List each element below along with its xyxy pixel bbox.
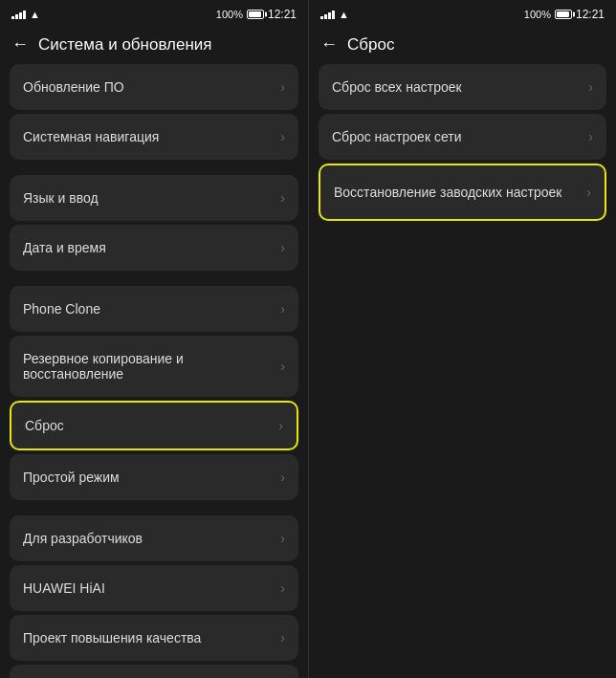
- chevron-icon: ›: [280, 630, 285, 645]
- separator-3: [10, 508, 298, 515]
- menu-item-reset[interactable]: Сброс ›: [10, 401, 298, 450]
- right-header: ← Сброс: [309, 27, 616, 64]
- separator-1: [10, 167, 298, 175]
- chevron-icon: ›: [280, 359, 285, 374]
- left-page-title: Система и обновления: [38, 35, 212, 55]
- left-status-left: ▲: [11, 9, 40, 20]
- chevron-icon: ›: [588, 129, 593, 144]
- menu-item-update[interactable]: Обновление ПО ›: [10, 64, 298, 110]
- menu-item-language[interactable]: Язык и ввод ›: [10, 175, 298, 221]
- menu-item-certs[interactable]: Логотипы сертификатов ›: [10, 665, 298, 678]
- signal-icon: [11, 11, 26, 19]
- chevron-icon: ›: [280, 531, 285, 546]
- right-status-right: 100% 12:21: [524, 8, 605, 21]
- left-header: ← Система и обновления: [0, 27, 308, 64]
- left-group-2: Язык и ввод › Дата и время ›: [10, 175, 298, 271]
- menu-item-quality-label: Проект повышения качества: [23, 630, 201, 645]
- wifi-icon: ▲: [339, 9, 349, 20]
- left-panel: ▲ 100% 12:21 ← Система и обновления Обно…: [0, 0, 308, 678]
- left-time: 12:21: [268, 8, 297, 21]
- menu-item-factory-reset-label: Восстановление заводских настроек: [334, 185, 561, 200]
- chevron-icon: ›: [588, 79, 593, 95]
- left-group-4: Для разработчиков › HUAWEI HiAI › Проект…: [10, 515, 298, 678]
- right-back-button[interactable]: ←: [320, 34, 338, 55]
- menu-item-hiai[interactable]: HUAWEI HiAI ›: [10, 565, 298, 611]
- right-content: Сброс всех настроек › Сброс настроек сет…: [309, 64, 616, 678]
- menu-item-dev-label: Для разработчиков: [23, 531, 143, 546]
- chevron-icon: ›: [280, 190, 285, 206]
- chevron-icon: ›: [278, 418, 283, 433]
- right-status-bar: ▲ 100% 12:21: [309, 0, 616, 27]
- menu-item-quality[interactable]: Проект повышения качества ›: [10, 615, 298, 661]
- menu-item-datetime[interactable]: Дата и время ›: [10, 225, 298, 271]
- right-status-left: ▲: [320, 9, 349, 20]
- menu-item-backup-label: Резервное копирование и восстановление: [23, 351, 280, 382]
- right-battery-pct: 100%: [524, 9, 551, 20]
- left-battery-pct: 100%: [216, 9, 243, 20]
- menu-item-phone-clone-label: Phone Clone: [23, 301, 100, 317]
- left-back-button[interactable]: ←: [11, 34, 29, 55]
- menu-item-factory-reset[interactable]: Восстановление заводских настроек ›: [319, 164, 606, 221]
- menu-item-navigation-label: Системная навигация: [23, 129, 159, 144]
- right-panel: ▲ 100% 12:21 ← Сброс Сброс всех настроек…: [308, 0, 616, 678]
- battery-icon: [247, 10, 264, 19]
- left-status-bar: ▲ 100% 12:21: [0, 0, 308, 27]
- menu-item-datetime-label: Дата и время: [23, 240, 106, 255]
- menu-item-language-label: Язык и ввод: [23, 190, 99, 206]
- signal-icon: [320, 11, 335, 19]
- right-time: 12:21: [576, 8, 605, 21]
- menu-item-reset-all[interactable]: Сброс всех настроек ›: [319, 64, 606, 110]
- battery-icon: [555, 10, 572, 19]
- wifi-icon: ▲: [30, 9, 40, 20]
- menu-item-reset-network-label: Сброс настроек сети: [332, 129, 461, 144]
- chevron-icon: ›: [280, 240, 285, 255]
- chevron-icon: ›: [280, 79, 285, 95]
- left-content: Обновление ПО › Системная навигация › Яз…: [0, 64, 308, 678]
- left-group-3: Phone Clone › Резервное копирование и во…: [10, 286, 298, 500]
- chevron-icon: ›: [586, 185, 591, 200]
- menu-item-simple-mode-label: Простой режим: [23, 470, 120, 485]
- menu-item-reset-all-label: Сброс всех настроек: [332, 79, 462, 95]
- chevron-icon: ›: [280, 580, 285, 596]
- separator-2: [10, 278, 298, 286]
- left-group-1: Обновление ПО › Системная навигация ›: [10, 64, 298, 160]
- menu-item-dev[interactable]: Для разработчиков ›: [10, 515, 298, 561]
- menu-item-hiai-label: HUAWEI HiAI: [23, 580, 105, 596]
- menu-item-reset-label: Сброс: [25, 418, 64, 433]
- menu-item-navigation[interactable]: Системная навигация ›: [10, 114, 298, 160]
- right-group-1: Сброс всех настроек › Сброс настроек сет…: [319, 64, 606, 221]
- menu-item-simple-mode[interactable]: Простой режим ›: [10, 454, 298, 500]
- chevron-icon: ›: [280, 301, 285, 317]
- chevron-icon: ›: [280, 470, 285, 485]
- menu-item-update-label: Обновление ПО: [23, 79, 124, 95]
- chevron-icon: ›: [280, 129, 285, 144]
- left-status-right: 100% 12:21: [216, 8, 297, 21]
- menu-item-backup[interactable]: Резервное копирование и восстановление ›: [10, 336, 298, 397]
- menu-item-phone-clone[interactable]: Phone Clone ›: [10, 286, 298, 332]
- menu-item-reset-network[interactable]: Сброс настроек сети ›: [319, 114, 606, 160]
- right-page-title: Сброс: [347, 35, 394, 55]
